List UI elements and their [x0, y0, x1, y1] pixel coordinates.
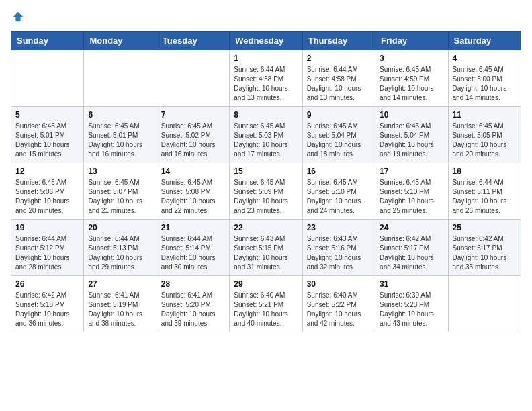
day-number: 10	[380, 110, 443, 120]
weekday-header-friday: Friday	[375, 32, 448, 50]
calendar-day-30: 30Sunrise: 6:40 AMSunset: 5:22 PMDayligh…	[302, 276, 375, 332]
day-number: 27	[88, 279, 152, 289]
logo	[11, 11, 24, 23]
calendar-day-20: 20Sunrise: 6:44 AMSunset: 5:13 PMDayligh…	[84, 220, 157, 276]
calendar-day-6: 6Sunrise: 6:45 AMSunset: 5:01 PMDaylight…	[84, 107, 157, 163]
calendar-empty-cell	[448, 276, 521, 332]
calendar-day-10: 10Sunrise: 6:45 AMSunset: 5:04 PMDayligh…	[375, 107, 448, 163]
day-info: Sunrise: 6:39 AMSunset: 5:23 PMDaylight:…	[380, 291, 443, 328]
day-info: Sunrise: 6:45 AMSunset: 5:10 PMDaylight:…	[307, 178, 371, 216]
calendar-day-7: 7Sunrise: 6:45 AMSunset: 5:02 PMDaylight…	[157, 107, 229, 163]
day-number: 19	[15, 223, 79, 232]
calendar-day-9: 9Sunrise: 6:45 AMSunset: 5:04 PMDaylight…	[302, 107, 375, 163]
weekday-header-saturday: Saturday	[448, 32, 521, 50]
day-info: Sunrise: 6:42 AMSunset: 5:17 PMDaylight:…	[453, 234, 517, 272]
calendar-day-31: 31Sunrise: 6:39 AMSunset: 5:23 PMDayligh…	[375, 276, 448, 332]
day-info: Sunrise: 6:40 AMSunset: 5:22 PMDaylight:…	[307, 291, 371, 328]
calendar-day-11: 11Sunrise: 6:45 AMSunset: 5:05 PMDayligh…	[448, 107, 521, 163]
day-number: 12	[15, 167, 79, 176]
day-info: Sunrise: 6:44 AMSunset: 5:12 PMDaylight:…	[15, 234, 79, 272]
day-info: Sunrise: 6:45 AMSunset: 5:04 PMDaylight:…	[380, 122, 443, 159]
svg-marker-0	[13, 12, 23, 21]
day-info: Sunrise: 6:45 AMSunset: 5:08 PMDaylight:…	[161, 178, 225, 216]
calendar-week-row: 1Sunrise: 6:44 AMSunset: 4:58 PMDaylight…	[11, 50, 521, 107]
day-number: 31	[380, 279, 443, 289]
day-number: 7	[161, 110, 225, 120]
calendar-week-row: 5Sunrise: 6:45 AMSunset: 5:01 PMDaylight…	[11, 107, 521, 163]
day-info: Sunrise: 6:41 AMSunset: 5:20 PMDaylight:…	[161, 291, 225, 328]
calendar-day-27: 27Sunrise: 6:41 AMSunset: 5:19 PMDayligh…	[84, 276, 157, 332]
calendar-day-26: 26Sunrise: 6:42 AMSunset: 5:18 PMDayligh…	[11, 276, 84, 332]
day-info: Sunrise: 6:41 AMSunset: 5:19 PMDaylight:…	[88, 291, 152, 328]
day-number: 3	[380, 54, 443, 63]
calendar-empty-cell	[157, 50, 229, 107]
calendar-day-15: 15Sunrise: 6:45 AMSunset: 5:09 PMDayligh…	[230, 163, 302, 220]
calendar-day-17: 17Sunrise: 6:45 AMSunset: 5:10 PMDayligh…	[375, 163, 448, 220]
day-number: 24	[380, 223, 443, 232]
weekday-header-monday: Monday	[84, 32, 157, 50]
day-number: 8	[234, 110, 298, 120]
calendar-empty-cell	[84, 50, 157, 107]
calendar-day-12: 12Sunrise: 6:45 AMSunset: 5:06 PMDayligh…	[11, 163, 84, 220]
weekday-header-sunday: Sunday	[11, 32, 84, 50]
calendar-day-18: 18Sunrise: 6:44 AMSunset: 5:11 PMDayligh…	[448, 163, 521, 220]
calendar-day-8: 8Sunrise: 6:45 AMSunset: 5:03 PMDaylight…	[230, 107, 302, 163]
day-number: 25	[453, 223, 517, 232]
calendar-day-23: 23Sunrise: 6:43 AMSunset: 5:16 PMDayligh…	[302, 220, 375, 276]
day-info: Sunrise: 6:44 AMSunset: 5:13 PMDaylight:…	[88, 234, 152, 272]
calendar-day-3: 3Sunrise: 6:45 AMSunset: 4:59 PMDaylight…	[375, 50, 448, 107]
day-info: Sunrise: 6:44 AMSunset: 5:11 PMDaylight:…	[453, 178, 517, 216]
day-info: Sunrise: 6:43 AMSunset: 5:15 PMDaylight:…	[234, 234, 298, 272]
day-number: 4	[453, 54, 517, 63]
day-number: 2	[307, 54, 371, 63]
day-info: Sunrise: 6:45 AMSunset: 5:10 PMDaylight:…	[380, 178, 443, 216]
day-number: 9	[307, 110, 371, 120]
day-info: Sunrise: 6:45 AMSunset: 4:59 PMDaylight:…	[380, 65, 443, 103]
day-info: Sunrise: 6:45 AMSunset: 5:07 PMDaylight:…	[88, 178, 152, 216]
calendar-day-28: 28Sunrise: 6:41 AMSunset: 5:20 PMDayligh…	[157, 276, 229, 332]
day-number: 26	[15, 279, 79, 289]
day-number: 16	[307, 167, 371, 176]
day-info: Sunrise: 6:45 AMSunset: 5:02 PMDaylight:…	[161, 122, 225, 159]
day-info: Sunrise: 6:45 AMSunset: 5:03 PMDaylight:…	[234, 122, 298, 159]
day-number: 11	[453, 110, 517, 120]
calendar-day-25: 25Sunrise: 6:42 AMSunset: 5:17 PMDayligh…	[448, 220, 521, 276]
calendar-day-16: 16Sunrise: 6:45 AMSunset: 5:10 PMDayligh…	[302, 163, 375, 220]
day-number: 6	[88, 110, 152, 120]
day-info: Sunrise: 6:44 AMSunset: 4:58 PMDaylight:…	[307, 65, 371, 103]
day-info: Sunrise: 6:45 AMSunset: 5:09 PMDaylight:…	[234, 178, 298, 216]
calendar-day-14: 14Sunrise: 6:45 AMSunset: 5:08 PMDayligh…	[157, 163, 229, 220]
calendar-day-13: 13Sunrise: 6:45 AMSunset: 5:07 PMDayligh…	[84, 163, 157, 220]
calendar-day-19: 19Sunrise: 6:44 AMSunset: 5:12 PMDayligh…	[11, 220, 84, 276]
day-number: 22	[234, 223, 298, 232]
logo-icon	[12, 11, 24, 23]
day-number: 20	[88, 223, 152, 232]
calendar-day-24: 24Sunrise: 6:42 AMSunset: 5:17 PMDayligh…	[375, 220, 448, 276]
calendar-day-2: 2Sunrise: 6:44 AMSunset: 4:58 PMDaylight…	[302, 50, 375, 107]
weekday-header-row: SundayMondayTuesdayWednesdayThursdayFrid…	[11, 32, 521, 50]
day-info: Sunrise: 6:40 AMSunset: 5:21 PMDaylight:…	[234, 291, 298, 328]
day-number: 21	[161, 223, 225, 232]
page-header	[11, 11, 521, 23]
day-number: 15	[234, 167, 298, 176]
day-info: Sunrise: 6:45 AMSunset: 5:00 PMDaylight:…	[453, 65, 517, 103]
day-info: Sunrise: 6:44 AMSunset: 5:14 PMDaylight:…	[161, 234, 225, 272]
calendar-day-5: 5Sunrise: 6:45 AMSunset: 5:01 PMDaylight…	[11, 107, 84, 163]
day-info: Sunrise: 6:43 AMSunset: 5:16 PMDaylight:…	[307, 234, 371, 272]
day-number: 1	[234, 54, 298, 63]
weekday-header-thursday: Thursday	[302, 32, 375, 50]
calendar-week-row: 26Sunrise: 6:42 AMSunset: 5:18 PMDayligh…	[11, 276, 521, 332]
day-number: 13	[88, 167, 152, 176]
day-info: Sunrise: 6:44 AMSunset: 4:58 PMDaylight:…	[234, 65, 298, 103]
day-info: Sunrise: 6:45 AMSunset: 5:01 PMDaylight:…	[88, 122, 152, 159]
day-info: Sunrise: 6:45 AMSunset: 5:05 PMDaylight:…	[453, 122, 517, 159]
day-number: 17	[380, 167, 443, 176]
calendar-day-22: 22Sunrise: 6:43 AMSunset: 5:15 PMDayligh…	[230, 220, 302, 276]
day-number: 14	[161, 167, 225, 176]
weekday-header-tuesday: Tuesday	[157, 32, 229, 50]
day-info: Sunrise: 6:42 AMSunset: 5:17 PMDaylight:…	[380, 234, 443, 272]
day-info: Sunrise: 6:45 AMSunset: 5:01 PMDaylight:…	[15, 122, 79, 159]
calendar-day-4: 4Sunrise: 6:45 AMSunset: 5:00 PMDaylight…	[448, 50, 521, 107]
calendar-day-21: 21Sunrise: 6:44 AMSunset: 5:14 PMDayligh…	[157, 220, 229, 276]
day-info: Sunrise: 6:42 AMSunset: 5:18 PMDaylight:…	[15, 291, 79, 328]
